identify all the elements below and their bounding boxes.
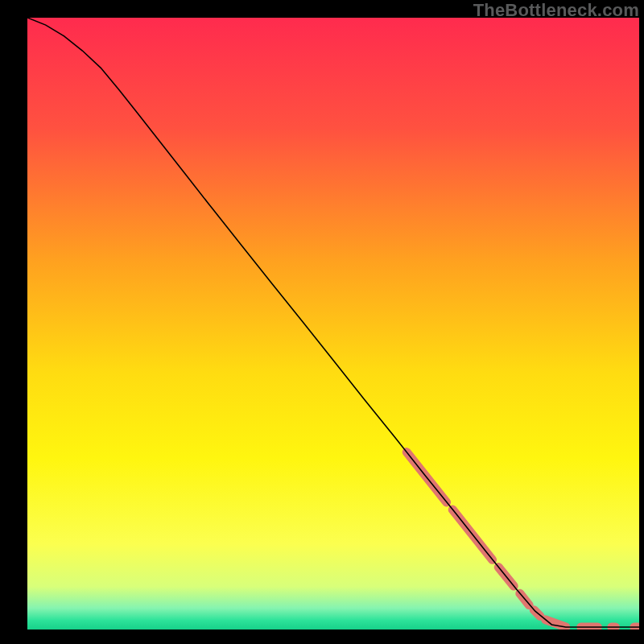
gradient-background <box>27 18 639 630</box>
watermark-text: TheBottleneck.com <box>473 0 639 21</box>
plot-area <box>27 18 639 630</box>
chart-frame: TheBottleneck.com <box>0 0 644 644</box>
chart-canvas <box>27 18 639 630</box>
